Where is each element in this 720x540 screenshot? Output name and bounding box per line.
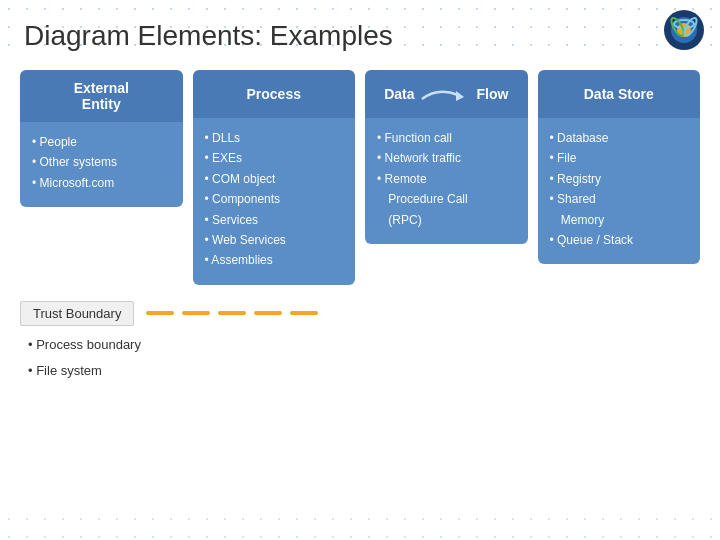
card-data-store: Data Store • Database • File • Registry … (538, 70, 701, 264)
card-external-entity: ExternalEntity • People • Other systems … (20, 70, 183, 207)
page-title: Diagram Elements: Examples (20, 20, 700, 52)
list-item: Procedure Call (377, 189, 518, 209)
list-item: • Function call (377, 128, 518, 148)
card-process-body: • DLLs • EXEs • COM object • Components … (193, 118, 356, 285)
list-item: • Database (550, 128, 691, 148)
list-item: • Web Services (205, 230, 346, 250)
svg-marker-6 (456, 91, 464, 101)
list-item: • Components (205, 189, 346, 209)
trust-sub-item-file: • File system (28, 358, 700, 384)
trust-boundary-dashes (146, 311, 318, 315)
list-item: • People (32, 132, 173, 152)
trust-boundary-sub-items: • Process boundary • File system (20, 332, 700, 384)
trust-boundary-row: Trust Boundary (20, 301, 700, 326)
list-item: • Other systems (32, 152, 173, 172)
list-item: • Microsoft.com (32, 173, 173, 193)
list-item: • COM object (205, 169, 346, 189)
list-item: • DLLs (205, 128, 346, 148)
dash-3 (218, 311, 246, 315)
trust-sub-item-process: • Process boundary (28, 332, 700, 358)
card-data-flow: Data Flow • Function call • Network traf… (365, 70, 528, 244)
card-external-entity-body: • People • Other systems • Microsoft.com (20, 122, 183, 207)
dash-4 (254, 311, 282, 315)
card-external-entity-header: ExternalEntity (20, 70, 183, 122)
dash-1 (146, 311, 174, 315)
list-item: • Assemblies (205, 250, 346, 270)
list-item: Memory (550, 210, 691, 230)
diagram-elements-columns: ExternalEntity • People • Other systems … (20, 70, 700, 285)
data-flow-label-flow: Flow (476, 86, 508, 102)
card-data-store-header: Data Store (538, 70, 701, 118)
card-process-header: Process (193, 70, 356, 118)
trust-boundary-label: Trust Boundary (20, 301, 134, 326)
list-item: • Queue / Stack (550, 230, 691, 250)
card-data-flow-header: Data Flow (365, 70, 528, 118)
list-item: • Registry (550, 169, 691, 189)
dash-5 (290, 311, 318, 315)
trust-boundary-section: Trust Boundary • Process boundary • File… (20, 301, 700, 384)
list-item: • Shared (550, 189, 691, 209)
list-item: • Services (205, 210, 346, 230)
card-data-store-body: • Database • File • Registry • Shared Me… (538, 118, 701, 264)
logo-icon (662, 8, 706, 52)
list-item: • Remote (377, 169, 518, 189)
list-item: • EXEs (205, 148, 346, 168)
card-data-flow-body: • Function call • Network traffic • Remo… (365, 118, 528, 244)
card-process: Process • DLLs • EXEs • COM object • Com… (193, 70, 356, 285)
list-item: • File (550, 148, 691, 168)
list-item: (RPC) (377, 210, 518, 230)
list-item: • Network traffic (377, 148, 518, 168)
dash-2 (182, 311, 210, 315)
flow-arrow-icon (420, 83, 470, 105)
data-flow-label-data: Data (384, 86, 414, 102)
